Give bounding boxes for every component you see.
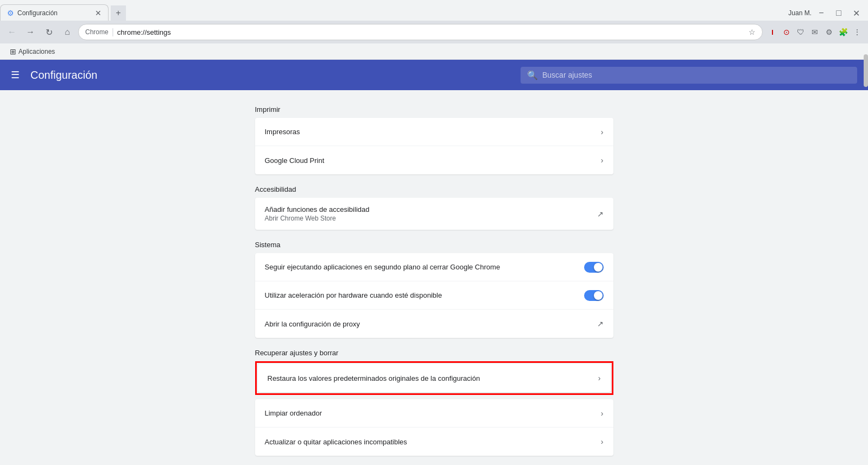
toolbar-puzzle-icon[interactable]: 🧩 [837, 26, 850, 39]
google-cloud-print-arrow-icon: › [601, 156, 604, 165]
accesibilidad-external-icon: ↗ [597, 210, 604, 218]
accesibilidad-section: Accesibilidad Añadir funciones de accesi… [255, 179, 613, 230]
toolbar-gear-icon[interactable]: ⚙ [822, 26, 835, 39]
settings-section-container: Imprimir Impresoras › Google Cloud Print… [255, 90, 613, 465]
background-apps-row[interactable]: Seguir ejecutando aplicaciones en segund… [255, 253, 613, 281]
settings-header: ☰ Configuración 🔍 [0, 60, 868, 90]
new-tab-button[interactable]: + [111, 5, 126, 21]
update-incompatible-label: Actualizar o quitar aplicaciones incompa… [265, 438, 601, 446]
imprimir-section: Imprimir Impresoras › Google Cloud Print… [255, 99, 613, 174]
toolbar-opera-icon[interactable]: ⊙ [780, 26, 793, 39]
settings-page: ☰ Configuración 🔍 Imprimir Impresoras › [0, 60, 868, 465]
google-cloud-print-row[interactable]: Google Cloud Print › [255, 146, 613, 174]
google-cloud-print-label: Google Cloud Print [265, 156, 601, 165]
profile-label: Juan M. [788, 9, 812, 17]
browser-chrome: ⚙ Configuración ✕ + Juan M. − □ ✕ ← → ↻ … [0, 0, 868, 60]
impresoras-arrow-icon: › [601, 128, 604, 136]
imprimir-section-title: Imprimir [255, 99, 613, 118]
background-apps-label: Seguir ejecutando aplicaciones en segund… [265, 263, 584, 271]
address-bar[interactable]: Chrome | chrome://settings ☆ [78, 24, 763, 40]
clean-computer-arrow-icon: › [601, 409, 604, 418]
tab-close-button[interactable]: ✕ [95, 9, 102, 17]
sistema-section-title: Sistema [255, 234, 613, 253]
settings-content: Imprimir Impresoras › Google Cloud Print… [0, 90, 868, 465]
bookmark-star-icon[interactable]: ☆ [749, 28, 756, 36]
accesibilidad-section-title: Accesibilidad [255, 179, 613, 198]
recuperar-card: Restaura los valores predeterminados ori… [258, 364, 611, 392]
apps-grid-icon: ⊞ [10, 47, 16, 56]
tab-favicon: ⚙ [7, 9, 14, 17]
impresoras-label: Impresoras [265, 128, 601, 136]
toolbar-menu-button[interactable]: ⋮ [851, 26, 864, 39]
background-apps-toggle-slider [584, 262, 604, 273]
maximize-button[interactable]: □ [831, 5, 846, 21]
hamburger-menu-button[interactable]: ☰ [11, 69, 20, 81]
hardware-acceleration-label: Utilizar aceleración por hardware cuando… [265, 291, 584, 299]
clean-computer-row[interactable]: Limpiar ordenador › [255, 399, 613, 428]
scrollbar-thumb[interactable] [864, 54, 868, 87]
hardware-acceleration-toggle[interactable] [584, 290, 604, 301]
proxy-config-label: Abrir la configuración de proxy [265, 320, 597, 328]
toolbar-extensions-icon[interactable]: I [766, 26, 779, 39]
forward-button[interactable]: → [23, 24, 38, 40]
apps-label: Aplicaciones [18, 48, 55, 55]
recuperar-section: Recuperar ajustes y borrar Restaura los … [255, 342, 613, 456]
hardware-acceleration-row[interactable]: Utilizar aceleración por hardware cuando… [255, 281, 613, 310]
sistema-card: Seguir ejecutando aplicaciones en segund… [255, 253, 613, 338]
settings-search-input[interactable] [542, 71, 851, 79]
address-separator: | [112, 27, 114, 37]
tab-title: Configuración [17, 9, 92, 17]
accesibilidad-card: Añadir funciones de accesibilidad Abrir … [255, 198, 613, 230]
impresoras-row[interactable]: Impresoras › [255, 118, 613, 146]
restore-defaults-row[interactable]: Restaura los valores predeterminados ori… [258, 364, 611, 392]
toolbar-right-icons: I ⊙ 🛡 ✉ ⚙ 🧩 ⋮ [766, 26, 864, 39]
recuperar-highlighted-border: Restaura los valores predeterminados ori… [255, 361, 613, 395]
back-button[interactable]: ← [4, 24, 20, 40]
restore-defaults-arrow-icon: › [598, 374, 601, 382]
hardware-acceleration-toggle-slider [584, 290, 604, 301]
settings-search-bar[interactable]: 🔍 [521, 67, 857, 84]
minimize-button[interactable]: − [814, 5, 829, 21]
browser-toolbar: ← → ↻ ⌂ Chrome | chrome://settings ☆ I ⊙… [0, 21, 868, 43]
update-incompatible-arrow-icon: › [601, 437, 604, 446]
new-tab-icon: + [116, 8, 121, 18]
search-icon: 🔍 [527, 70, 538, 80]
settings-page-title: Configuración [30, 69, 521, 81]
address-site-label: Chrome [85, 28, 109, 36]
accesibilidad-label: Añadir funciones de accesibilidad [265, 205, 597, 213]
address-url: chrome://settings [117, 28, 749, 36]
imprimir-card: Impresoras › Google Cloud Print › [255, 118, 613, 174]
toolbar-shield-icon[interactable]: 🛡 [794, 26, 807, 39]
apps-bookmark[interactable]: ⊞ Aplicaciones [5, 46, 59, 57]
tab-bar: ⚙ Configuración ✕ + Juan M. − □ ✕ [0, 0, 868, 21]
proxy-config-row[interactable]: Abrir la configuración de proxy ↗ [255, 310, 613, 338]
accesibilidad-subtitle: Abrir Chrome Web Store [265, 215, 597, 222]
recuperar-section-title: Recuperar ajustes y borrar [255, 342, 613, 361]
close-window-button[interactable]: ✕ [848, 5, 864, 21]
toolbar-mail-icon[interactable]: ✉ [808, 26, 821, 39]
active-tab[interactable]: ⚙ Configuración ✕ [0, 4, 109, 21]
background-apps-toggle[interactable] [584, 262, 604, 273]
recuperar-card-2: Limpiar ordenador › Actualizar o quitar … [255, 399, 613, 456]
restore-defaults-label: Restaura los valores predeterminados ori… [268, 374, 598, 382]
home-button[interactable]: ⌂ [60, 24, 75, 40]
proxy-config-external-icon: ↗ [597, 319, 604, 328]
bookmarks-bar: ⊞ Aplicaciones [0, 43, 868, 60]
sistema-section: Sistema Seguir ejecutando aplicaciones e… [255, 234, 613, 338]
reload-button[interactable]: ↻ [41, 24, 56, 40]
update-incompatible-row[interactable]: Actualizar o quitar aplicaciones incompa… [255, 428, 613, 456]
clean-computer-label: Limpiar ordenador [265, 409, 601, 417]
accesibilidad-row[interactable]: Añadir funciones de accesibilidad Abrir … [255, 198, 613, 230]
